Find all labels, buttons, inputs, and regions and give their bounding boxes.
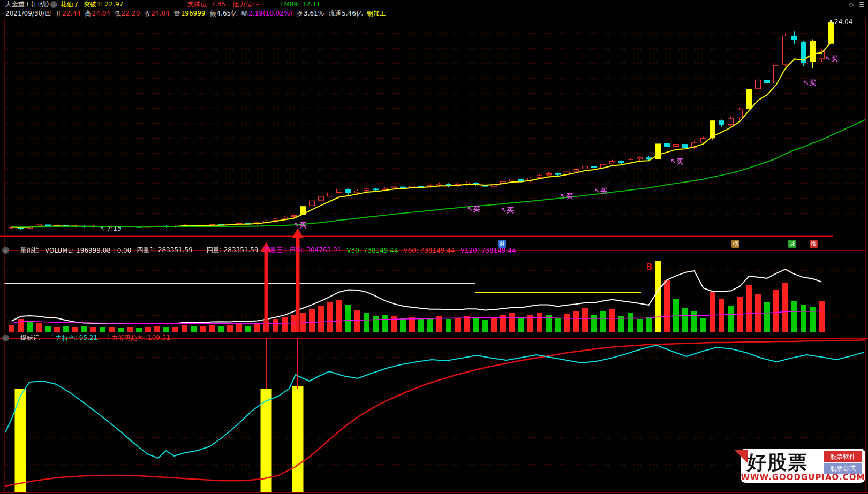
last-price-label: ↖24.04 xyxy=(829,18,852,26)
buy-signal-marker: ↖买 xyxy=(825,54,838,64)
low-price-label: ↖ 7.15 xyxy=(100,225,122,232)
stock-title: 大金重工(日线) xyxy=(5,0,49,9)
field-label: 开 xyxy=(55,9,62,18)
siliang30-value: 四量三十日均: 304763.91 xyxy=(264,246,342,255)
side-btn-rank[interactable]: 榜 xyxy=(731,240,739,248)
watermark-badge-software: 股票软件 xyxy=(824,451,862,462)
main-force-chips: 主力筹码趋向: 109.51 xyxy=(105,333,170,343)
buy-signal-marker: ↖买 xyxy=(803,78,816,88)
diamond-icon[interactable]: ◇ xyxy=(849,1,854,9)
volume-panel-header: ⌄量能柱VOLUME: 196999.08 : 0.00四量1: 283351.… xyxy=(1,246,516,255)
field-label: 收 xyxy=(144,9,150,18)
indicator-panel-header: ⌄捉妖记主力持仓: 95.21主力筹码趋向: 109.51 xyxy=(1,333,170,343)
chevron-circle-icon[interactable]: ⌄ xyxy=(50,1,57,8)
v30-value: V30: 738149.44 xyxy=(346,247,398,254)
side-btn-finance[interactable]: 财 xyxy=(498,240,506,248)
siliang1-value: 四量1: 283351.59 xyxy=(137,246,192,255)
window-controls: ◇☰ xyxy=(849,0,865,9)
field-label: 额 xyxy=(209,9,216,18)
field-label: 量 xyxy=(174,9,180,18)
field-value: 22.20 xyxy=(122,9,140,18)
side-btn-rise[interactable]: 涨 xyxy=(810,240,818,248)
field-label: 幅 xyxy=(241,9,248,18)
main-price-chart[interactable] xyxy=(0,18,868,237)
indicator-panel-chart[interactable] xyxy=(0,333,868,494)
field-value: 2021/09/30/四 xyxy=(5,9,51,18)
field-label: 低 xyxy=(115,9,121,18)
buy-signal-marker: ↖买 xyxy=(293,221,306,230)
buy-signal-marker: ↖买 xyxy=(501,206,514,215)
v60-value: V60: 738149.44 xyxy=(404,247,455,254)
panel-title-volume: 量能柱 xyxy=(20,246,40,255)
menu-icon[interactable]: ☰ xyxy=(859,1,865,9)
watermark-ribbon xyxy=(734,450,748,463)
goodgupiao-watermark: 好股票 股票软件 股票公式 WWW.GOODGUPIAO.COM xyxy=(741,449,865,483)
field-value: 3.61% xyxy=(304,9,324,18)
buy-signal-marker: ↖买 xyxy=(670,157,683,166)
resistance-level: 阻力位: - xyxy=(233,0,259,9)
field-label: 流通 xyxy=(328,9,341,18)
siliang-value: 四量: 283351.59 xyxy=(207,246,259,255)
field-value: 24.04 xyxy=(151,9,169,18)
em89-value: EM89: 12.11 xyxy=(280,0,320,9)
field-value: 196999 xyxy=(181,9,206,18)
buy-signal-marker: ↖买 xyxy=(560,192,573,201)
field-value: 5.46亿 xyxy=(342,9,363,18)
indicator-name: 花仙子 xyxy=(60,0,79,9)
watermark-badge-formula: 股票公式 xyxy=(824,463,862,474)
watermark-brand: 好股票 xyxy=(747,450,808,476)
field-value: 4.65亿 xyxy=(216,9,237,18)
buy-signal-marker: ↖买 xyxy=(594,186,607,196)
watermark-url: WWW.GOODGUPIAO.COM xyxy=(741,473,865,482)
main-force-position: 主力持仓: 95.21 xyxy=(49,333,97,343)
b-signal-marker: B xyxy=(646,262,652,272)
field-label: 钢加工 xyxy=(367,9,386,18)
title-info-bar: 大金重工(日线)⌄花仙子突破1: 22.97支撑位: 7.35阻力位: -EM8… xyxy=(0,0,868,9)
volume-value: VOLUME: 196999.08 : 0.00 xyxy=(45,247,131,254)
side-btn-reduce[interactable]: 减 xyxy=(788,240,796,248)
field-label: 高 xyxy=(85,9,92,18)
field-value: 22.44 xyxy=(62,9,80,18)
buy-signal-marker: ↖买 xyxy=(467,204,480,214)
breakout-value: 突破1: 22.97 xyxy=(84,0,123,9)
v120-value: V120: 738149.44 xyxy=(461,247,516,254)
field-label: 换 xyxy=(297,9,303,18)
quote-info-bar: 2021/09/30/四开22.44高24.04低22.20收24.04量196… xyxy=(0,9,868,18)
chevron-circle-icon[interactable]: ⌄ xyxy=(2,335,9,341)
panel-title-zhuoyaoji: 捉妖记 xyxy=(20,333,40,343)
field-value: 24.04 xyxy=(92,9,110,18)
support-level: 支撑位: 7.35 xyxy=(187,0,225,9)
trading-app-window: 大金重工(日线)⌄花仙子突破1: 22.97支撑位: 7.35阻力位: -EM8… xyxy=(0,0,868,494)
field-value: 2.19(10.02%) xyxy=(248,9,292,18)
chevron-circle-icon[interactable]: ⌄ xyxy=(2,247,9,254)
